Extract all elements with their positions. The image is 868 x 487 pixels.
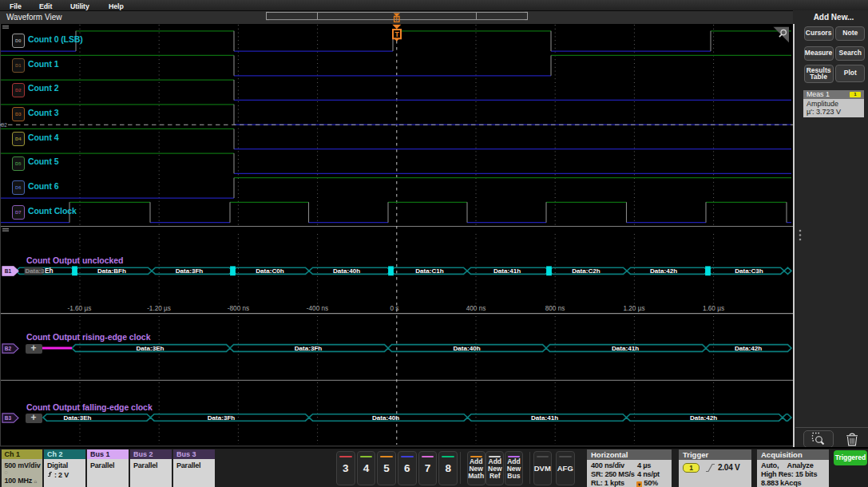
svg-text:-1.60 µs: -1.60 µs — [68, 305, 92, 312]
svg-text:1.20 µs: 1.20 µs — [623, 305, 644, 312]
svg-text:1.60 µs: 1.60 µs — [703, 305, 724, 312]
svg-text:T: T — [394, 30, 399, 38]
svg-text:Data:40h: Data:40h — [372, 414, 399, 422]
svg-text:Data:3Eh: Data:3Eh — [63, 414, 91, 422]
svg-text:Eh: Eh — [45, 267, 54, 275]
svg-text:Data:3Fh: Data:3Fh — [295, 345, 323, 352]
svg-text:Data:BFh: Data:BFh — [97, 267, 126, 275]
svg-text:-800 ns: -800 ns — [228, 305, 249, 312]
svg-text:Data:3: Data:3 — [26, 267, 46, 275]
svg-text:Data:40h: Data:40h — [333, 267, 360, 275]
svg-text:-400 ns: -400 ns — [307, 305, 328, 312]
svg-text:B3: B3 — [5, 415, 12, 421]
svg-text:0 s: 0 s — [390, 305, 399, 312]
svg-text:Data:3Fh: Data:3Fh — [208, 414, 236, 422]
svg-text:Data:42h: Data:42h — [650, 267, 677, 275]
svg-text:Data:41h: Data:41h — [612, 345, 639, 352]
svg-text:Data:42h: Data:42h — [690, 414, 717, 422]
svg-text:400 ns: 400 ns — [466, 305, 486, 312]
svg-text:Data:3Fh: Data:3Fh — [176, 267, 204, 275]
svg-text:800 ns: 800 ns — [545, 305, 565, 312]
svg-text:Data:3Eh: Data:3Eh — [136, 345, 164, 352]
svg-text:Data:C2h: Data:C2h — [572, 267, 600, 275]
svg-text:Data:C3h: Data:C3h — [735, 267, 763, 275]
svg-text:Data:40h: Data:40h — [453, 345, 480, 352]
svg-text:Data:42h: Data:42h — [735, 345, 762, 352]
svg-text:Data:41h: Data:41h — [493, 267, 521, 275]
svg-text:-1.20 µs: -1.20 µs — [147, 305, 171, 312]
svg-text:Data:C1h: Data:C1h — [415, 267, 444, 275]
svg-text:B2: B2 — [5, 346, 12, 351]
svg-text:C2: C2 — [1, 122, 8, 128]
svg-text:B1: B1 — [5, 268, 12, 274]
svg-text:Data:41h: Data:41h — [531, 414, 558, 422]
svg-text:Data:C0h: Data:C0h — [256, 267, 284, 275]
